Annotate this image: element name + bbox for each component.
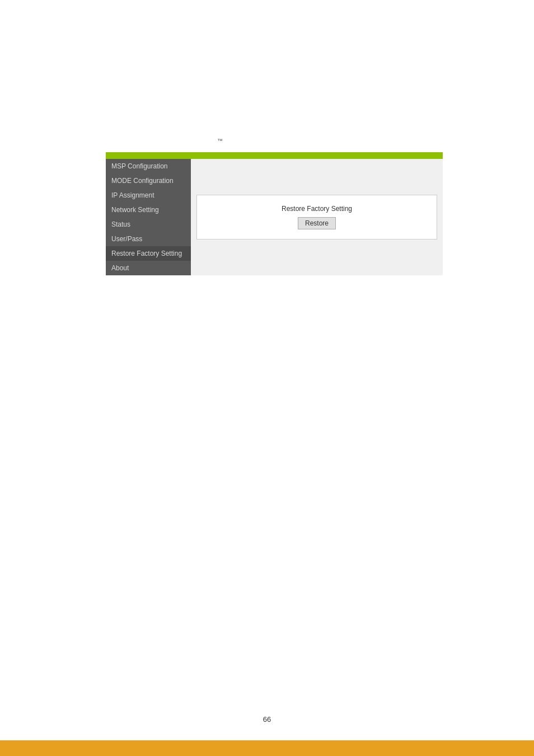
- ui-container: MSP Configuration MODE Configuration IP …: [106, 152, 443, 275]
- restore-button[interactable]: Restore: [298, 217, 336, 229]
- sidebar-item-msp-configuration[interactable]: MSP Configuration: [106, 159, 191, 173]
- sidebar-item-ip-assignment[interactable]: IP Assignment: [106, 188, 191, 203]
- sidebar-item-about[interactable]: About: [106, 261, 191, 275]
- restore-factory-label: Restore Factory Setting: [282, 205, 352, 213]
- sidebar-item-restore-factory-setting[interactable]: Restore Factory Setting: [106, 246, 191, 261]
- bottom-bar: [0, 740, 534, 756]
- sidebar-item-network-setting[interactable]: Network Setting: [106, 203, 191, 217]
- main-content: Restore Factory Setting Restore: [191, 159, 443, 275]
- sidebar-item-mode-configuration[interactable]: MODE Configuration: [106, 173, 191, 188]
- sidebar-item-status[interactable]: Status: [106, 217, 191, 232]
- restore-box: Restore Factory Setting Restore: [196, 195, 437, 240]
- sidebar-item-user-pass[interactable]: User/Pass: [106, 232, 191, 246]
- page-number: 66: [263, 715, 271, 724]
- sidebar: MSP Configuration MODE Configuration IP …: [106, 159, 191, 275]
- tm-mark: ™: [217, 138, 223, 144]
- header-bar: [106, 152, 443, 159]
- content-area: MSP Configuration MODE Configuration IP …: [106, 159, 443, 275]
